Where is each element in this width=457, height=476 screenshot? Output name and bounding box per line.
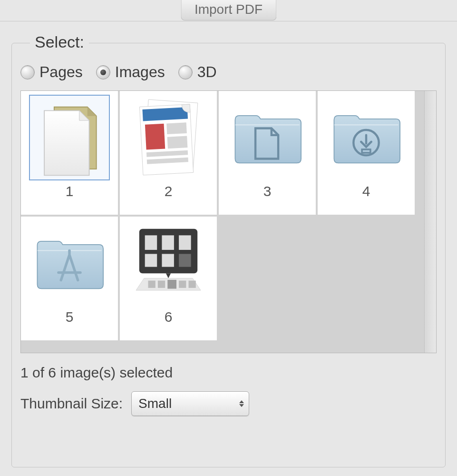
svg-rect-20 — [148, 281, 156, 288]
thumbnail-grid: 1 2 3 — [20, 90, 437, 353]
divider — [0, 21, 457, 21]
thumbnail-size-label: Thumbnail Size: — [20, 396, 123, 412]
svg-rect-22 — [167, 280, 176, 289]
thumbnail-item-5[interactable]: 5 — [21, 217, 118, 340]
svg-rect-14 — [179, 235, 191, 250]
folder-documents-icon — [227, 95, 308, 180]
folder-apps-icon — [29, 220, 110, 306]
thumbnail-index-label: 6 — [165, 309, 173, 325]
radio-3d[interactable]: 3D — [178, 63, 217, 81]
group-label: Select: — [30, 33, 89, 51]
svg-rect-13 — [162, 235, 174, 250]
svg-marker-18 — [166, 273, 171, 278]
scrollbar-vertical[interactable] — [424, 91, 436, 353]
radio-dot-icon — [178, 65, 193, 79]
thumbnail-index-label: 1 — [66, 183, 74, 199]
thumbnail-size-value: Small — [138, 396, 172, 411]
svg-rect-16 — [162, 254, 174, 267]
webpage-stack-icon — [128, 95, 209, 180]
folder-downloads-icon — [326, 95, 407, 180]
documents-stack-icon — [29, 95, 110, 180]
thumbnail-item-6[interactable]: 6 — [120, 217, 217, 340]
svg-rect-24 — [189, 281, 196, 288]
radio-label: 3D — [197, 63, 217, 81]
svg-rect-23 — [179, 281, 186, 288]
dock-stack-icon — [128, 220, 209, 306]
svg-rect-5 — [167, 136, 188, 149]
svg-point-10 — [68, 249, 70, 252]
radio-images[interactable]: Images — [96, 63, 165, 81]
thumbnail-item-4[interactable]: 4 — [318, 91, 415, 215]
select-stepper-icon — [239, 400, 244, 407]
thumbnail-index-label: 4 — [362, 183, 370, 199]
radio-pages[interactable]: Pages — [20, 63, 83, 81]
svg-rect-12 — [145, 235, 157, 250]
thumbnail-item-3[interactable]: 3 — [219, 91, 316, 215]
thumbnail-size-select[interactable]: Small — [131, 391, 249, 416]
radio-dot-icon — [20, 65, 35, 79]
thumbnail-index-label: 5 — [66, 309, 74, 325]
svg-rect-2 — [142, 107, 188, 121]
select-group: Select: PagesImages3D 1 — [11, 43, 446, 467]
radio-dot-icon — [96, 65, 110, 79]
svg-rect-21 — [158, 281, 165, 288]
thumbnail-size-row: Thumbnail Size: Small — [20, 391, 445, 416]
thumbnail-item-1[interactable]: 1 — [21, 91, 118, 215]
thumbnail-index-label: 2 — [165, 183, 173, 199]
svg-rect-15 — [145, 254, 157, 267]
radio-label: Images — [115, 63, 165, 81]
selection-status: 1 of 6 image(s) selected — [20, 365, 445, 381]
thumbnail-index-label: 3 — [263, 183, 272, 199]
svg-rect-3 — [145, 124, 165, 150]
svg-rect-4 — [166, 122, 187, 134]
thumbnail-item-2[interactable]: 2 — [120, 91, 217, 215]
svg-rect-17 — [179, 254, 191, 267]
radio-label: Pages — [39, 63, 83, 81]
mode-radios: PagesImages3D — [20, 63, 445, 81]
dialog-title: Import PDF — [181, 0, 276, 20]
